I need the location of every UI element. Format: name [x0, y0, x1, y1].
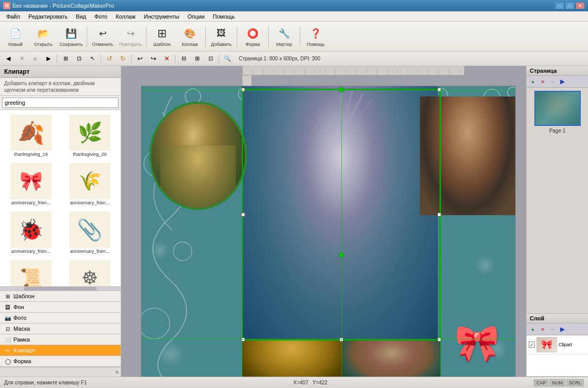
svg-point-1: [173, 242, 192, 261]
wizard-button[interactable]: 🔧 Мастер: [271, 23, 298, 50]
clipart-item-thanksgiving19[interactable]: 🍂 thanksgiving_19: [2, 112, 60, 159]
shape-icon: ⭕: [246, 26, 260, 41]
help-icon: ❓: [308, 26, 323, 41]
menu-tools[interactable]: Инструменты: [140, 12, 184, 21]
shape-button[interactable]: ⭕ Форма: [239, 23, 266, 50]
canvas-area[interactable]: 🎀: [121, 66, 526, 377]
undo2-button[interactable]: ↩: [134, 53, 146, 64]
collage-label: Коллаж: [182, 42, 198, 47]
page-delete-button[interactable]: ✕: [538, 77, 547, 86]
layer-delete-button[interactable]: ✕: [538, 325, 547, 333]
new-label: Новый: [8, 42, 23, 47]
search-input[interactable]: [2, 98, 119, 108]
left-tabs: ⊞ Шаблон 🖼 Фон 📷 Фото ⊡ Маска ⬜ Рамка ✂: [0, 290, 121, 367]
separator-2: [146, 26, 146, 47]
redo-label: Повторить: [119, 42, 142, 47]
collage-button[interactable]: 🎨 Коллаж: [176, 23, 203, 50]
background-tab-icon: 🖼: [4, 303, 11, 311]
rotate-left-button[interactable]: ↺: [103, 53, 116, 64]
tab-template-label: Шаблон: [13, 293, 35, 299]
delete-button[interactable]: ✕: [160, 53, 173, 64]
new-button[interactable]: 📄 Новый: [2, 23, 29, 50]
menu-collage[interactable]: Коллаж: [111, 12, 140, 21]
tab-template[interactable]: ⊞ Шаблон: [0, 291, 121, 302]
page-thumbnail[interactable]: [534, 91, 581, 126]
tab-shape[interactable]: ◯ Форма: [0, 356, 121, 367]
nav-add-page-button[interactable]: ▶: [42, 53, 55, 64]
page-nav-button[interactable]: ▶: [558, 77, 567, 86]
photo-tab-icon: 📷: [4, 314, 11, 321]
open-label: Открыть: [34, 42, 52, 47]
status-bar: Для справки, нажмите клавишу F1 X=407 Y=…: [0, 377, 588, 388]
help-label: Помощь: [307, 42, 325, 47]
separator-t2-2: [101, 54, 101, 63]
layer-add-button[interactable]: ●: [528, 325, 537, 333]
layer-copy-button[interactable]: ○: [548, 325, 557, 333]
layer-visible-check[interactable]: ✓: [529, 342, 535, 348]
coord-y: Y=422: [313, 380, 328, 385]
maximize-button[interactable]: □: [565, 2, 575, 9]
page-copy-button[interactable]: ○: [548, 77, 557, 86]
nav-prev-button[interactable]: ◀: [2, 53, 14, 64]
clipart-item-anniversary1[interactable]: 🎀 anniversary_frien...: [2, 160, 60, 208]
clipart-item-scroll[interactable]: 📜 ...: [2, 257, 60, 286]
open-button[interactable]: 📂 Открыть: [30, 23, 57, 50]
minimize-button[interactable]: ─: [555, 2, 564, 9]
separator-5: [268, 26, 269, 47]
title-bar-controls[interactable]: ─ □ ✕: [555, 2, 585, 9]
layer-item-clipart[interactable]: ✓ 🎀 Clipart: [527, 335, 588, 354]
crop-button[interactable]: ⊟: [177, 53, 190, 64]
tab-frame[interactable]: ⬜ Рамка: [0, 334, 121, 345]
nav-page-button[interactable]: ○: [29, 53, 41, 64]
clipart-item-anniversary4[interactable]: 📎 anniversary_frien...: [61, 209, 119, 256]
center-handle[interactable]: [339, 252, 344, 257]
layer-nav-button[interactable]: ▶: [558, 325, 567, 333]
copy-button[interactable]: ⊡: [204, 53, 217, 64]
wizard-label: Мастер: [276, 42, 292, 47]
clipart-item-wheel[interactable]: ☸ ...: [61, 257, 119, 286]
menu-file[interactable]: Файл: [2, 12, 24, 21]
template-button[interactable]: ⊞ Шаблон: [149, 23, 175, 50]
separator-t2-4: [175, 54, 175, 63]
zoom-fit-button[interactable]: ⊞: [59, 53, 72, 64]
add-icon: 🖼: [214, 26, 228, 41]
scroll-indicator[interactable]: [0, 286, 121, 290]
layer-controls: ● ✕ ○ ▶: [527, 324, 588, 335]
zoom-actual-button[interactable]: ⊡: [73, 53, 85, 64]
redo-icon: ↪: [123, 26, 138, 41]
rotate-right-button[interactable]: ↻: [117, 53, 129, 64]
page-add-button[interactable]: ●: [528, 77, 537, 86]
close-button[interactable]: ✕: [576, 2, 585, 9]
page-thumb-label: Page 1: [549, 128, 566, 134]
redo2-button[interactable]: ↪: [147, 53, 159, 64]
tab-photo-label: Фото: [13, 315, 26, 321]
tab-photo[interactable]: 📷 Фото: [0, 313, 121, 324]
menu-photo[interactable]: Фото: [90, 12, 111, 21]
separator-3: [205, 26, 206, 47]
coord-x: X=407: [293, 380, 308, 385]
wizard-icon: 🔧: [277, 26, 291, 41]
clipart-item-anniversary2[interactable]: 🌾 anniversary_frien...: [61, 160, 119, 208]
menu-options[interactable]: Опции: [183, 12, 208, 21]
clipart-item-anniversary3[interactable]: 🐞 anniversary_frien...: [2, 209, 60, 256]
expand-panel-button[interactable]: »: [115, 368, 119, 376]
layer-panel: Слой ● ✕ ○ ▶ ✓ 🎀 Clipart: [527, 313, 588, 377]
menu-help[interactable]: Помощь: [209, 12, 239, 21]
nav-next-button[interactable]: ✕: [15, 53, 28, 64]
quality-button[interactable]: 🔍: [221, 53, 234, 64]
clipart-item-thanksgiving20[interactable]: 🌿 thanksgiving_20: [61, 112, 119, 159]
main-canvas[interactable]: 🎀: [141, 86, 516, 377]
save-button[interactable]: 💾 Сохранить: [58, 23, 85, 50]
add-button[interactable]: 🖼 Добавить: [208, 23, 235, 50]
undo-button[interactable]: ↩ Отменить: [89, 23, 116, 50]
tab-background[interactable]: 🖼 Фон: [0, 302, 121, 313]
tab-clipart[interactable]: ✂ Клипарт: [0, 345, 121, 356]
clipart-label: anniversary_frien...: [11, 200, 51, 205]
select-button[interactable]: ↖: [86, 53, 99, 64]
menu-view[interactable]: Вид: [72, 12, 90, 21]
fit-button[interactable]: ⊞: [191, 53, 203, 64]
menu-edit[interactable]: Редактировать: [24, 12, 72, 21]
redo-button[interactable]: ↪ Повторить: [117, 23, 144, 50]
help-button[interactable]: ❓ Помощь: [302, 23, 329, 50]
tab-mask[interactable]: ⊡ Маска: [0, 324, 121, 334]
